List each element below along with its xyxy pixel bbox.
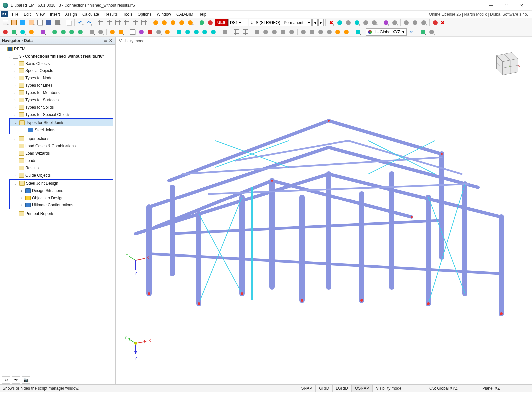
mesh-button[interactable] (221, 28, 229, 36)
view-button[interactable] (420, 19, 428, 27)
node-button[interactable] (1, 28, 9, 36)
plane-xy-button[interactable] (299, 28, 307, 36)
plane-3d-button[interactable] (325, 28, 333, 36)
script-manager-button[interactable]: ⚙ (2, 376, 10, 384)
line-button[interactable] (10, 28, 18, 36)
menu-file[interactable]: File (9, 11, 21, 17)
move-button[interactable] (146, 28, 154, 36)
tree-loads[interactable]: Loads (0, 157, 115, 164)
tree-root[interactable]: RFEM (0, 45, 115, 53)
dimension-button[interactable] (88, 28, 96, 36)
intersect-button[interactable] (175, 28, 183, 36)
workplane-button[interactable] (354, 28, 362, 36)
report-button[interactable] (36, 19, 44, 27)
filter-button[interactable] (186, 19, 194, 27)
render2-button[interactable] (391, 19, 399, 27)
table-input-button[interactable] (97, 19, 105, 27)
trim-button[interactable] (192, 28, 200, 36)
tree-steel-joint-design[interactable]: ⌄Steel Joint Design (10, 180, 113, 187)
menu-results[interactable]: Results (102, 11, 120, 17)
tree-model[interactable]: ⌄3 - Connections finished_without result… (0, 53, 115, 60)
clip-button[interactable] (411, 19, 419, 27)
block-button[interactable] (19, 19, 27, 27)
menu-calculate[interactable]: Calculate (80, 11, 102, 17)
case-next-button[interactable]: ▶ (318, 19, 324, 26)
ucs-button[interactable] (334, 28, 342, 36)
stress-button[interactable] (362, 19, 370, 27)
menu-options[interactable]: Options (135, 11, 154, 17)
mirror-button[interactable] (129, 28, 137, 36)
tree-types-nodes[interactable]: ›Types for Nodes (0, 74, 115, 82)
internal-forces-button[interactable] (353, 19, 361, 27)
table-nav-button[interactable] (114, 19, 122, 27)
close-results-icon[interactable]: ✖ (441, 20, 445, 25)
menu-insert[interactable]: Insert (47, 11, 63, 17)
plane-xz-button[interactable] (308, 28, 316, 36)
tree-results[interactable]: Results (0, 164, 115, 172)
member-button[interactable] (19, 28, 27, 36)
display-button[interactable] (419, 28, 427, 36)
polar-button[interactable] (262, 28, 270, 36)
menu-tools[interactable]: Tools (120, 11, 135, 17)
tree-types-members[interactable]: ›Types for Members (0, 89, 115, 96)
text-button[interactable] (97, 28, 105, 36)
navigator-close-button[interactable]: ✕ (108, 38, 113, 43)
design-situation-combo[interactable]: DS1▾ (228, 19, 248, 26)
navigator-float-button[interactable]: ▭ (103, 38, 108, 43)
results-toggle-button[interactable] (206, 19, 214, 27)
visibility-button[interactable] (178, 19, 186, 27)
track-button[interactable] (270, 28, 278, 36)
stiffener-button[interactable] (76, 28, 84, 36)
grid-toggle[interactable]: GRID (315, 385, 332, 392)
table-misc-button[interactable] (131, 19, 139, 27)
tree-load-cases[interactable]: Load Cases & Combinations (0, 142, 115, 150)
osnap-toggle[interactable]: OSNAP (351, 385, 372, 392)
tree-objects-to-design[interactable]: ›Objects to Design (10, 194, 113, 201)
tree-ultimate-config[interactable]: ›Ultimate Configurations (10, 201, 113, 209)
tree-types-steel-joints[interactable]: ⌄Types for Steel Joints (10, 119, 113, 126)
find-button[interactable] (152, 19, 160, 27)
menu-window[interactable]: Window (154, 11, 174, 17)
eccentricity-button[interactable] (68, 28, 76, 36)
cs-combo[interactable]: 1 - Global XYZ▾ (366, 28, 407, 36)
tree-design-situations[interactable]: ›Design Situations (10, 187, 113, 194)
snap-grid-button[interactable] (233, 28, 241, 36)
visibility-tab-button[interactable]: 👁 (12, 376, 20, 384)
menu-edit[interactable]: Edit (21, 11, 33, 17)
plane-yz-button[interactable] (317, 28, 325, 36)
join-button[interactable] (209, 28, 217, 36)
surface-button[interactable] (27, 28, 35, 36)
project-button[interactable] (27, 19, 35, 27)
new-model-button[interactable] (1, 19, 9, 27)
close-button[interactable]: ✕ (514, 0, 529, 11)
open-button[interactable] (10, 19, 18, 27)
camera-button[interactable]: 📷 (22, 376, 30, 384)
tree-printout-reports[interactable]: Printout Reports (0, 210, 115, 217)
lock-button[interactable] (288, 28, 296, 36)
maximize-button[interactable]: ▢ (499, 0, 514, 11)
color-button[interactable] (428, 28, 436, 36)
table-data-button[interactable] (123, 19, 131, 27)
reactions-button[interactable] (344, 19, 352, 27)
ortho-button[interactable] (253, 28, 261, 36)
solid-button[interactable] (163, 28, 171, 36)
copy-button[interactable] (65, 19, 73, 27)
snap-obj-button[interactable] (241, 28, 249, 36)
tree-types-surfaces[interactable]: ›Types for Surfaces (0, 96, 115, 104)
tree-types-solids[interactable]: ›Types for Solids (0, 104, 115, 111)
array-button[interactable] (155, 28, 163, 36)
table-results-button[interactable] (105, 19, 113, 27)
delete-results-button[interactable] (431, 19, 439, 27)
extend-button[interactable] (184, 28, 192, 36)
split-button[interactable] (201, 28, 209, 36)
hinge-button[interactable] (51, 28, 59, 36)
rotate-button[interactable] (137, 28, 145, 36)
release-button[interactable] (59, 28, 67, 36)
snap-toggle[interactable]: SNAP (298, 385, 316, 392)
tree-load-wizards[interactable]: Load Wizards (0, 150, 115, 157)
navigation-cube[interactable]: -Y -X (487, 43, 524, 80)
print-button[interactable] (53, 19, 61, 27)
design-type-combo[interactable]: ULS (215, 19, 228, 26)
menu-cadbim[interactable]: CAD-BIM (174, 11, 196, 17)
navigator-tree[interactable]: RFEM ⌄3 - Connections finished_without r… (0, 45, 115, 375)
